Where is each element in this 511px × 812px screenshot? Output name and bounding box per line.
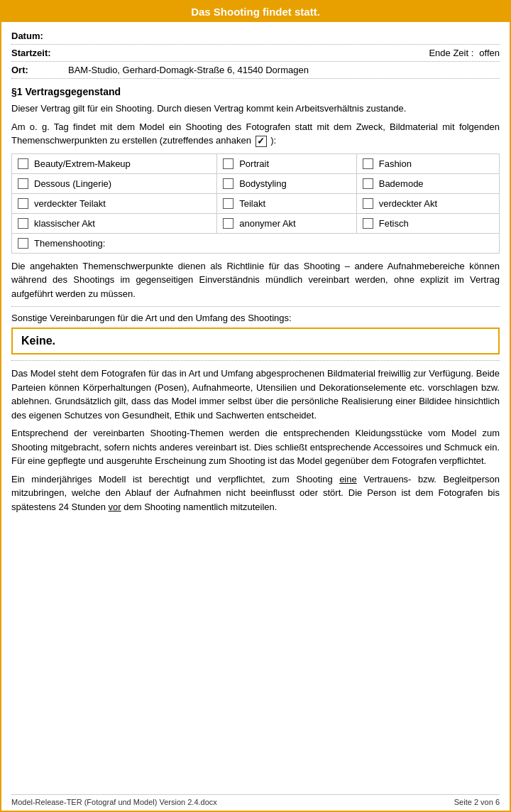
ende-value: offen	[479, 48, 500, 58]
para3-end: dem Shooting namentlich mitzuteilen.	[121, 502, 278, 512]
separator2	[11, 360, 500, 361]
page: Das Shooting findet statt. Datum: Startz…	[0, 0, 511, 812]
startzeit-row: Startzeit: Ende Zeit : offen	[11, 45, 500, 62]
startzeit-value	[68, 48, 429, 58]
check-label-fashion: Fashion	[379, 158, 412, 169]
checkbox[interactable]	[363, 158, 373, 169]
after-checkbox-para: Die angehakten Themenschwerpunkte dienen…	[11, 259, 500, 301]
info-section: Datum: Startzeit: Ende Zeit : offen Ort:…	[11, 28, 500, 79]
sonstige-label: Sonstige Vereinbarungen für die Art und …	[11, 313, 500, 323]
table-cell: Dessous (Lingerie)	[12, 173, 217, 193]
table-row: verdeckter Teilakt Teilakt verdeckter Ak…	[12, 193, 500, 213]
table-cell: Fashion	[356, 153, 499, 173]
checkbox[interactable]	[363, 218, 373, 229]
checkbox[interactable]	[223, 218, 233, 229]
datum-label: Datum:	[11, 31, 68, 41]
keine-box: Keine.	[11, 327, 500, 354]
sonstige-section: Sonstige Vereinbarungen für die Art und …	[11, 313, 500, 354]
section1-title: §1 Vertragsgegenstand	[11, 86, 500, 97]
check-label: anonymer Akt	[239, 218, 296, 229]
table-row: Dessous (Lingerie) Bodystyling Bademode	[12, 173, 500, 193]
checkbox-cell: klassischer Akt	[18, 218, 211, 229]
main-para2: Entsprechend der vereinbarten Shooting-T…	[11, 426, 500, 468]
ort-label: Ort:	[11, 65, 68, 75]
checkbox-table-body: Beauty/Extrem-Makeup Portrait Fashion	[12, 153, 500, 253]
footer-left: Model-Release-TER (Fotograf und Model) V…	[11, 798, 217, 806]
table-cell: Bademode	[356, 173, 499, 193]
check-label: Bademode	[379, 178, 424, 189]
footer: Model-Release-TER (Fotograf und Model) V…	[11, 794, 500, 806]
checkbox-cell: anonymer Akt	[223, 218, 351, 229]
checkbox-cell: verdeckter Teilakt	[18, 198, 211, 209]
top-bar: Das Shooting findet statt.	[1, 1, 510, 22]
ort-row: Ort: BAM-Studio, Gerhard-Domagk-Straße 6…	[11, 62, 500, 79]
table-cell: Bodystyling	[217, 173, 357, 193]
checkbox-cell: Portrait	[223, 158, 351, 169]
checkbox[interactable]	[223, 178, 233, 189]
checkbox[interactable]	[223, 198, 233, 209]
checkbox-table: Beauty/Extrem-Makeup Portrait Fashion	[11, 153, 500, 254]
ende-label: Ende Zeit :	[429, 48, 473, 58]
top-bar-text: Das Shooting findet statt.	[191, 6, 320, 18]
ende-right: Ende Zeit : offen	[429, 48, 500, 58]
checkbox[interactable]	[18, 218, 28, 229]
startzeit-label: Startzeit:	[11, 48, 68, 58]
separator1	[11, 306, 500, 307]
checkbox-cell: Dessous (Lingerie)	[18, 178, 211, 189]
main-para3: Ein minderjähriges Modell ist berechtigt…	[11, 472, 500, 514]
table-cell: Portrait	[217, 153, 357, 173]
table-cell: verdeckter Teilakt	[12, 193, 217, 213]
check-label: klassischer Akt	[34, 218, 95, 229]
checkbox-cell: Beauty/Extrem-Makeup	[18, 158, 211, 169]
checkbox[interactable]	[363, 178, 373, 189]
table-cell: anonymer Akt	[217, 213, 357, 233]
check-label: verdeckter Akt	[379, 198, 437, 209]
check-label: Teilakt	[239, 198, 265, 209]
checkbox[interactable]	[18, 178, 28, 189]
table-cell: klassischer Akt	[12, 213, 217, 233]
check-label: Portrait	[239, 158, 269, 169]
main-para1: Das Model steht dem Fotografen für das i…	[11, 367, 500, 422]
checkbox[interactable]	[223, 158, 233, 169]
check-label: Beauty/Extrem-Makeup	[34, 158, 131, 169]
check-label: Fetisch	[379, 218, 409, 229]
table-cell: verdeckter Akt	[356, 193, 499, 213]
datum-row: Datum:	[11, 28, 500, 45]
checkbox-cell: Bademode	[363, 178, 493, 189]
checkbox[interactable]	[18, 198, 28, 209]
table-cell-themenshooting: Themenshooting:	[12, 233, 500, 253]
para3-start: Ein minderjähriges Modell ist berechtigt…	[11, 474, 339, 485]
para3-underline2: vor	[109, 502, 121, 512]
checkbox-cell-themenshooting: Themenshooting:	[18, 238, 493, 249]
check-label-themenshooting: Themenshooting:	[34, 238, 105, 249]
startzeit-left: Startzeit:	[11, 48, 429, 58]
checkbox-themenshooting[interactable]	[18, 238, 28, 249]
para2-end: ):	[270, 135, 276, 146]
checkbox[interactable]	[363, 198, 373, 209]
table-row: Beauty/Extrem-Makeup Portrait Fashion	[12, 153, 500, 173]
checkbox-cell: verdeckter Akt	[363, 198, 493, 209]
table-row-themenshooting: Themenshooting:	[12, 233, 500, 253]
checkbox-cell: Fetisch	[363, 218, 493, 229]
table-row: klassischer Akt anonymer Akt Fetisch	[12, 213, 500, 233]
checkbox-cell: Bodystyling	[223, 178, 351, 189]
checkbox-cell: Fashion	[363, 158, 493, 169]
check-label: Bodystyling	[239, 178, 286, 189]
keine-text: Keine.	[21, 335, 55, 347]
checked-box-inline	[256, 136, 267, 147]
checkbox[interactable]	[18, 158, 28, 169]
checkbox-cell: Teilakt	[223, 198, 351, 209]
table-cell: Beauty/Extrem-Makeup	[12, 153, 217, 173]
section1-para1: Dieser Vertrag gilt für ein Shooting. Du…	[11, 102, 500, 116]
check-label: verdeckter Teilakt	[34, 198, 106, 209]
content: Datum: Startzeit: Ende Zeit : offen Ort:…	[1, 22, 510, 528]
table-cell: Fetisch	[356, 213, 499, 233]
section1-para2: Am o. g. Tag findet mit dem Model ein Sh…	[11, 120, 500, 148]
para3-underline1: eine	[339, 474, 357, 485]
ort-value: BAM-Studio, Gerhard-Domagk-Straße 6, 415…	[68, 65, 500, 75]
check-label: Dessous (Lingerie)	[34, 178, 111, 189]
table-cell: Teilakt	[217, 193, 357, 213]
footer-right: Seite 2 von 6	[454, 798, 500, 806]
